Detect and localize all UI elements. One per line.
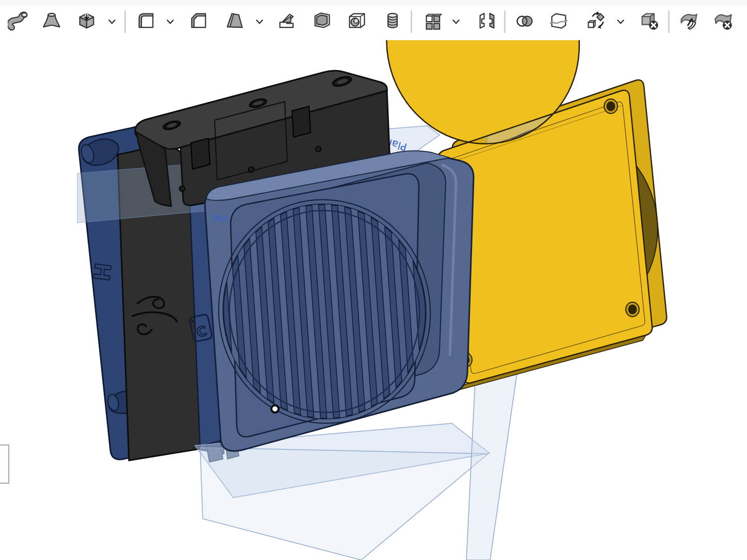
delete-part-icon[interactable] [638,9,660,34]
toolbar-separator [504,10,506,33]
vertex-marker[interactable] [271,405,279,413]
toolbar-separator [668,10,670,33]
chamfer-icon[interactable] [187,9,210,34]
toolbar-separator [411,10,412,33]
fillet-icon[interactable] [135,9,157,34]
loft-icon[interactable] [40,9,63,34]
toolbar-top-strip [0,0,747,6]
draft-icon[interactable] [223,9,246,34]
embossed-h-letter: H [88,261,116,283]
split-icon[interactable] [547,9,570,34]
draft-dropdown-chevron-icon[interactable] [253,15,266,28]
enclose-icon[interactable] [75,9,98,34]
graphics-area[interactable]: H C [0,40,747,560]
rib-icon[interactable] [276,9,299,34]
boolean-icon[interactable] [513,9,536,34]
move-face-icon[interactable] [677,9,700,34]
left-edge-panel[interactable] [0,444,9,484]
delete-face-icon[interactable] [712,9,735,34]
hole-icon[interactable] [346,9,368,34]
transform-dropdown-chevron-icon[interactable] [614,15,627,28]
plane-label-partial[interactable]: Pla [212,211,229,226]
toolbar-separator [124,10,126,33]
cad-window: H C [0,0,747,560]
viewport-3d: H C [0,40,747,560]
sweep-icon[interactable] [7,9,29,34]
transform-icon[interactable] [584,9,607,34]
fillet-dropdown-chevron-icon[interactable] [164,15,176,28]
mirror-icon[interactable] [476,9,498,34]
enclose-dropdown-chevron-icon[interactable] [106,15,118,28]
part-fan-shroud[interactable]: Pla [205,151,474,451]
linear-pattern-icon[interactable] [423,9,445,34]
thread-icon[interactable] [381,9,404,34]
pattern-dropdown-chevron-icon[interactable] [450,15,462,28]
shell-icon[interactable] [311,9,333,34]
feature-toolbar [0,0,747,40]
